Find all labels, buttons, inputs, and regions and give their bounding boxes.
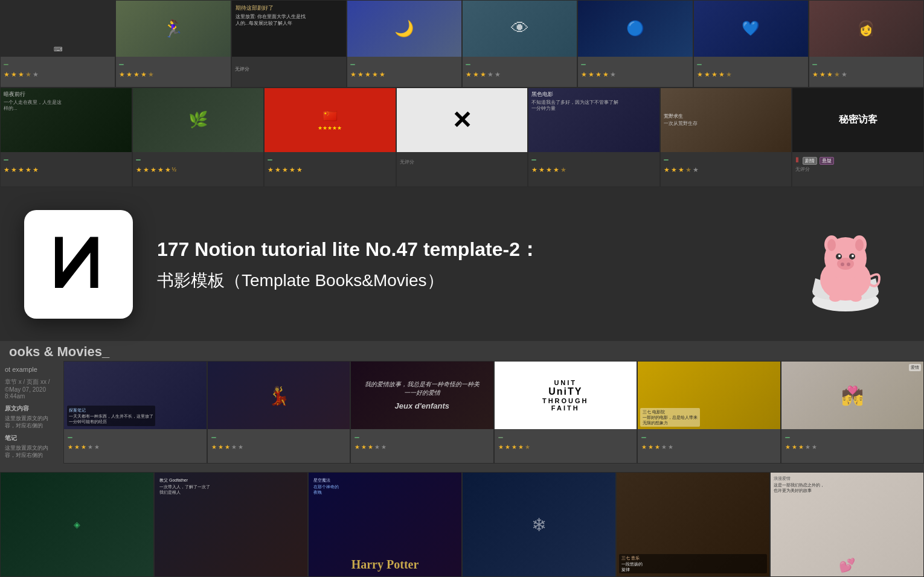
pig-image: [791, 210, 900, 319]
grid-card-1[interactable]: ⌨ ★★★★★: [0, 0, 115, 88]
top-row-1: ⌨ ★★★★★ 🏃‍♀️ ★★★★★ 期待这部剧好了: [0, 0, 924, 88]
card-tag-4: [350, 64, 355, 65]
mid-card-5[interactable]: 三七 电影院 一部好的电影，总是给人带来无限的想象力 ★★★★★: [637, 361, 781, 464]
svg-point-12: [837, 258, 854, 270]
card-tag-8: [812, 64, 817, 65]
card-tag-r2-2: [136, 159, 141, 161]
card-tag-r2-1: [4, 159, 8, 161]
card-tag: [4, 64, 8, 65]
mid-card-6[interactable]: 💏 爱情 ★★★★★: [781, 361, 925, 464]
svg-point-14: [847, 263, 850, 266]
svg-point-13: [841, 263, 844, 266]
grid-card-4[interactable]: 🌙 ★★★★★: [347, 0, 462, 88]
grid-card-r2-4[interactable]: ✕ 无评分: [396, 88, 528, 187]
card-tag-2: [119, 64, 124, 65]
mid-card-1-info: ★★★★★: [64, 429, 207, 464]
row3-card-5[interactable]: 三七 音乐 一段悠扬的旋律: [616, 472, 770, 577]
mid-card-5-info: ★★★★★: [638, 429, 780, 464]
mid-card-1[interactable]: 探案笔记 一天天都有一种东西，人生并不长，这里放了一分钟可能有的经历 ★★★★★: [63, 361, 207, 464]
row3-card-6[interactable]: 浪漫爱情 这是一部我们热恋之外的，也许更为美好的故事 💕: [770, 472, 924, 577]
notion-logo: [24, 210, 133, 319]
grid-card-8[interactable]: 👩 ★★★★★: [809, 0, 924, 88]
card-tag-r2-6: [664, 159, 669, 161]
mid-card-3-info: ★★★★★: [351, 429, 493, 464]
books-label: ooks & Movies_: [0, 341, 118, 363]
mid-card-unity-info: ★★★★★: [495, 429, 637, 464]
chapter-meta: 章节 x / 页面 xx / ©May 07, 2020 8:44am: [5, 378, 59, 400]
top-row-2: 暗夜前行 一个人走在夜里，人生是这样的... ★★★★★ 🌿 ★★★★★½ 🇨🇳: [0, 88, 924, 187]
bottom-row-3: ◈ 教父 Godfather 一次带入人，了解了一次了我们是根人 星空魔法 在那…: [0, 472, 924, 577]
middle-banner: 177 Notion tutorial lite No.47 template-…: [0, 187, 924, 341]
grid-card-6[interactable]: 🔵 ★★★★★: [577, 0, 693, 88]
banner-text: 177 Notion tutorial lite No.47 template-…: [157, 236, 767, 292]
mid-card-unity[interactable]: UNIT UniTY THROUGH FAITH ★★★★★: [494, 361, 638, 464]
bottom-section: ot example 章节 x / 页面 xx / ©May 07, 2020 …: [0, 361, 924, 464]
card-tag-r2-3: [268, 159, 272, 161]
svg-point-6: [827, 239, 836, 251]
genre-badge-mystery: 悬疑: [820, 157, 834, 165]
grid-card-2[interactable]: 🏃‍♀️ ★★★★★: [115, 0, 231, 88]
row3-card-3[interactable]: 星空魔法 在那个神奇的夜晚 Harry Potter: [308, 472, 462, 577]
note-text: 这里放置原文的内容，对应右侧的: [5, 445, 59, 459]
grid-card-r2-5[interactable]: 黑色电影 不知道我去了多好，因为这下不管事了解一分钟力量 ★★★★★: [528, 88, 660, 187]
grid-card-r2-2[interactable]: 🌿 ★★★★★½: [132, 88, 265, 187]
example-label: ot example: [5, 366, 59, 373]
svg-point-7: [855, 239, 864, 251]
grid-card-r2-1[interactable]: 暗夜前行 一个人走在夜里，人生是这样的... ★★★★★: [0, 88, 132, 187]
svg-point-16: [850, 293, 862, 302]
mid-card-3[interactable]: 我的爱情故事，我总是有一种奇怪的一种美一一好的爱情 Jeux d'enfants…: [350, 361, 494, 464]
star-row: ★★★★★: [4, 71, 112, 78]
grid-card-r2-7[interactable]: 秘密访客 Ⅱ 剧情 悬疑 无评分: [792, 88, 924, 187]
bottom-cards: 探案笔记 一天天都有一种东西，人生并不长，这里放了一分钟可能有的经历 ★★★★★…: [63, 361, 924, 464]
main-container: ⌨ ★★★★★ 🏃‍♀️ ★★★★★ 期待这部剧好了: [0, 0, 924, 577]
row3-card-4[interactable]: ❄: [462, 472, 616, 577]
svg-point-10: [838, 255, 841, 257]
mid-card-6-info: ★★★★★: [781, 429, 924, 464]
grid-card-r2-3[interactable]: 🇨🇳 ★★★★★ ★★★★★: [264, 88, 396, 187]
note-label: 笔记: [5, 434, 59, 442]
card-tag-5: [466, 64, 470, 65]
mid-card-2[interactable]: 💃 ★★★★★: [207, 361, 351, 464]
grid-card-r2-6[interactable]: 荒野求生 一次从荒野生存 ★★★★★: [660, 88, 792, 187]
card-tag-6: [581, 64, 586, 65]
grid-card-3[interactable]: 期待这部剧好了 这里放置: 你在里面大学人生是找人的...每发展比较了解人年 无…: [231, 0, 347, 88]
left-example-panel: ot example 章节 x / 页面 xx / ©May 07, 2020 …: [0, 361, 63, 464]
card-tag-7: [697, 64, 702, 65]
original-label: 原文内容: [5, 404, 59, 413]
mid-card-2-info: ★★★★★: [208, 429, 350, 464]
row3-card-1[interactable]: ◈: [0, 472, 154, 577]
original-text: 这里放置原文的内容，对应右侧的: [5, 415, 59, 429]
svg-point-11: [852, 255, 854, 257]
banner-title: 177 Notion tutorial lite No.47 template-…: [157, 236, 767, 263]
genre-badge-drama: 剧情: [803, 157, 817, 165]
row3-card-2[interactable]: 教父 Godfather 一次带入人，了解了一次了我们是根人: [154, 472, 308, 577]
grid-card-5[interactable]: 👁 ★★★★★: [462, 0, 577, 88]
grid-card-7[interactable]: 💙 ★★★★★: [693, 0, 809, 88]
card-tag-r2-5: [531, 159, 536, 161]
svg-point-15: [829, 293, 841, 302]
banner-subtitle: 书影模板（Template Books&Movies）: [157, 269, 767, 292]
